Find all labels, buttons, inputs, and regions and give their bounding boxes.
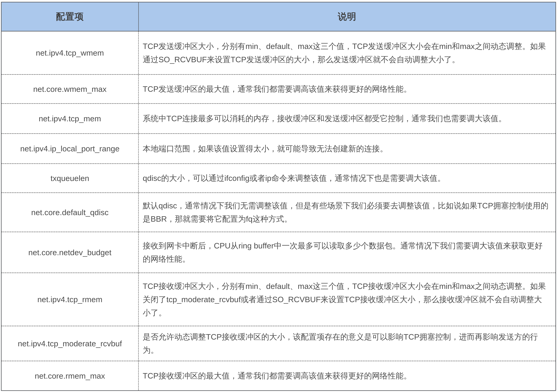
description-cell: 是否允许动态调整TCP接收缓冲区的大小，该配置项存在的意义是可以影响TCP拥塞控… [139, 326, 556, 361]
description-text: qdisc的大小，可以通过ifconfig或者ip命令来调整该值，通常情况下也是… [143, 172, 445, 185]
description-text: 系统中TCP连接最多可以消耗的内存，接收缓冲区和发送缓冲区都受它控制，通常我们也… [143, 112, 506, 125]
config-name-cell: net.core.default_qdisc [1, 193, 139, 232]
config-name-cell: net.ipv4.ip_local_port_range [1, 134, 139, 163]
description-cell: TCP接收缓冲区的最大值，通常我们都需要调高该值来获得更好的网络性能。 [139, 361, 556, 390]
table-row: net.ipv4.ip_local_port_range 本地端口范围，如果该值… [1, 134, 556, 164]
description-cell: TCP发送缓冲区大小，分别有min、default、max这三个值，TCP发送缓… [139, 32, 556, 74]
config-name-cell: net.ipv4.tcp_mem [1, 104, 139, 133]
description-text: TCP接收缓冲区大小，分别有min、default、max这三个值，TCP接收缓… [143, 280, 550, 319]
description-cell: TCP发送缓冲区的最大值，通常我们都需要调高该值来获得更好的网络性能。 [139, 75, 556, 103]
table-row: net.ipv4.tcp_wmem TCP发送缓冲区大小，分别有min、defa… [1, 32, 556, 75]
table-row: net.core.rmem_max TCP接收缓冲区的最大值，通常我们都需要调高… [1, 361, 556, 390]
description-cell: 接收到网卡中断后，CPU从ring buffer中一次最多可以读取多少个数据包。… [139, 232, 556, 272]
column-header-config: 配置项 [1, 2, 139, 31]
table-row: net.ipv4.tcp_mem 系统中TCP连接最多可以消耗的内存，接收缓冲区… [1, 104, 556, 134]
description-cell: 系统中TCP连接最多可以消耗的内存，接收缓冲区和发送缓冲区都受它控制，通常我们也… [139, 104, 556, 133]
table-row: net.ipv4.tcp_rmem TCP接收缓冲区大小，分别有min、defa… [1, 273, 556, 326]
table-row: txqueuelen qdisc的大小，可以通过ifconfig或者ip命令来调… [1, 164, 556, 193]
config-name-cell: net.ipv4.tcp_wmem [1, 32, 139, 74]
table-row: net.core.wmem_max TCP发送缓冲区的最大值，通常我们都需要调高… [1, 75, 556, 104]
table-header-row: 配置项 说明 [1, 2, 556, 32]
table-row: net.ipv4.tcp_moderate_rcvbuf 是否允许动态调整TCP… [1, 326, 556, 361]
column-header-description: 说明 [139, 2, 556, 31]
description-text: 本地端口范围，如果该值设置得太小，就可能导致无法创建新的连接。 [143, 142, 388, 155]
config-name-cell: txqueuelen [1, 164, 139, 192]
description-text: 接收到网卡中断后，CPU从ring buffer中一次最多可以读取多少个数据包。… [143, 239, 550, 266]
config-name-cell: net.core.netdev_budget [1, 232, 139, 272]
description-text: 是否允许动态调整TCP接收缓冲区的大小，该配置项存在的意义是可以影响TCP拥塞控… [143, 330, 550, 357]
description-text: TCP接收缓冲区的最大值，通常我们都需要调高该值来获得更好的网络性能。 [143, 369, 411, 382]
description-text: 默认qdisc，通常情况下我们无需调整该值，但是有些场景下我们必须要去调整该值，… [143, 199, 550, 225]
table-row: net.core.default_qdisc 默认qdisc，通常情况下我们无需… [1, 193, 556, 232]
description-text: TCP发送缓冲区的最大值，通常我们都需要调高该值来获得更好的网络性能。 [143, 82, 411, 96]
description-cell: 默认qdisc，通常情况下我们无需调整该值，但是有些场景下我们必须要去调整该值，… [139, 193, 556, 232]
description-cell: qdisc的大小，可以通过ifconfig或者ip命令来调整该值，通常情况下也是… [139, 164, 556, 192]
description-text: TCP发送缓冲区大小，分别有min、default、max这三个值，TCP发送缓… [143, 40, 550, 66]
config-table: 配置项 说明 net.ipv4.tcp_wmem TCP发送缓冲区大小，分别有m… [1, 2, 556, 391]
table-row: net.core.netdev_budget 接收到网卡中断后，CPU从ring… [1, 232, 556, 273]
config-name-cell: net.ipv4.tcp_rmem [1, 273, 139, 326]
description-cell: TCP接收缓冲区大小，分别有min、default、max这三个值，TCP接收缓… [139, 273, 556, 326]
config-name-cell: net.core.wmem_max [1, 75, 139, 103]
description-cell: 本地端口范围，如果该值设置得太小，就可能导致无法创建新的连接。 [139, 134, 556, 163]
config-name-cell: net.core.rmem_max [1, 361, 139, 390]
config-name-cell: net.ipv4.tcp_moderate_rcvbuf [1, 326, 139, 361]
